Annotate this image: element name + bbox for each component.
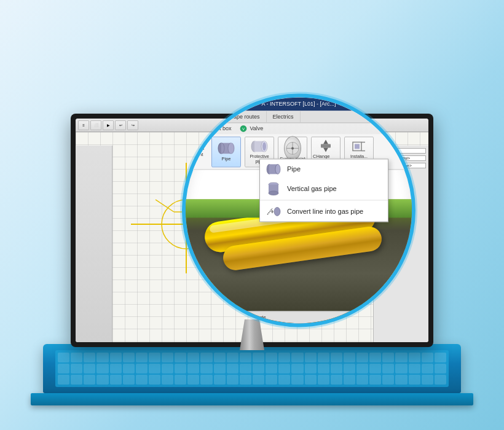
magnify-circle: A - INTERSOFT [L01] - [Arc...] Ceilings … [182, 93, 415, 327]
connection-label: ctionoint [191, 146, 208, 157]
hydrant-box-icon: H [191, 125, 199, 132]
operations-bar: Operations Beginning altitude [186, 311, 412, 323]
dropdown-vertical-gas-label: Vertical gas pipe [287, 185, 337, 192]
dropdown-separator [260, 200, 388, 200]
svg-marker-23 [323, 139, 328, 144]
install-profile-svg [352, 139, 366, 153]
dropdown-item-convert-line[interactable]: Convert line into gas pipe [260, 201, 388, 221]
hydrant-box-item[interactable]: H Hydrant box [191, 125, 232, 132]
hydrant-valve-row: H Hydrant box V Valve [186, 123, 412, 134]
svg-point-34 [269, 191, 278, 195]
valve-icon: V [239, 125, 248, 132]
svg-point-17 [262, 142, 266, 150]
app-title: A - INTERSOFT [L01] - [Arc...] [262, 101, 336, 107]
hydrant-box-label: Hydrant box [202, 125, 232, 131]
pipe-svg [218, 143, 235, 154]
valve-label: Valve [250, 125, 264, 131]
protective-pipe-svg [251, 141, 268, 152]
dropdown-convert-line-icon [266, 205, 281, 217]
cad-btn-4[interactable]: ↩ [115, 120, 126, 130]
svg-point-36 [274, 207, 280, 216]
pipe-button[interactable]: Pipe [211, 136, 241, 167]
cad-btn-2[interactable]: ⬜ [90, 120, 101, 130]
vertical-gas-svg [266, 182, 281, 195]
valve-item[interactable]: V Valve [239, 125, 264, 132]
toolbar-tabs[interactable]: Ceilings Escape routes Electrics [186, 111, 412, 123]
operations-label: Operations [191, 315, 215, 320]
dropdown-vertical-gas-icon [266, 182, 281, 195]
toolbar-area: A - INTERSOFT [L01] - [Arc...] Ceilings … [186, 97, 412, 158]
svg-line-4 [156, 200, 174, 212]
install-profile-icon [350, 139, 368, 153]
survey-svg [285, 141, 300, 155]
pipe-button-label: Pipe [221, 156, 230, 162]
protective-pipe-icon [251, 139, 268, 153]
change-height-icon [317, 139, 334, 152]
svg-text:H: H [194, 127, 196, 131]
keyboard-platform [31, 393, 473, 405]
magnify-content: A - INTERSOFT [L01] - [Arc...] Ceilings … [186, 97, 412, 323]
dropdown-pipe-icon [266, 163, 281, 175]
keyboard-base: for(let i=0;i<90;i++){ document.write('<… [43, 344, 461, 393]
svg-point-21 [291, 147, 294, 149]
tab-ceilings[interactable]: Ceilings [186, 111, 218, 122]
svg-point-12 [228, 143, 234, 154]
pipe-icon [218, 141, 235, 155]
dropdown-item-pipe[interactable]: Pipe [260, 159, 388, 179]
change-height-svg [318, 139, 333, 152]
dropdown-convert-label: Convert line into gas pipe [287, 208, 363, 215]
app-title-bar: A - INTERSOFT [L01] - [Arc...] [186, 97, 412, 111]
dropdown-pipe-svg [266, 163, 281, 174]
svg-rect-26 [355, 144, 360, 149]
svg-marker-24 [323, 147, 328, 152]
keyboard-keys: for(let i=0;i<90;i++){ document.write('<… [55, 350, 449, 387]
cad-left-panel [76, 146, 112, 342]
tab-escape-routes[interactable]: Escape routes [218, 111, 267, 122]
pipe-dropdown-menu[interactable]: Pipe Vertical gas pipe [259, 158, 388, 222]
dropdown-item-vertical-gas[interactable]: Vertical gas pipe [260, 179, 388, 198]
survey-point-icon [284, 141, 301, 155]
cad-btn-5[interactable]: ↪ [127, 120, 138, 130]
convert-line-svg [266, 206, 281, 217]
svg-text:V: V [242, 127, 245, 131]
cad-btn-3[interactable]: ▶ [103, 120, 114, 130]
svg-point-31 [275, 164, 280, 174]
cad-btn-1[interactable]: ≡ [78, 120, 89, 130]
scene: for(let i=0;i<90;i++){ document.write('<… [0, 0, 504, 430]
dropdown-pipe-label: Pipe [287, 165, 301, 173]
svg-rect-22 [321, 144, 331, 147]
tab-electrics[interactable]: Electrics [267, 111, 301, 122]
beginning-altitude-label: Beginning altitude [227, 315, 266, 320]
